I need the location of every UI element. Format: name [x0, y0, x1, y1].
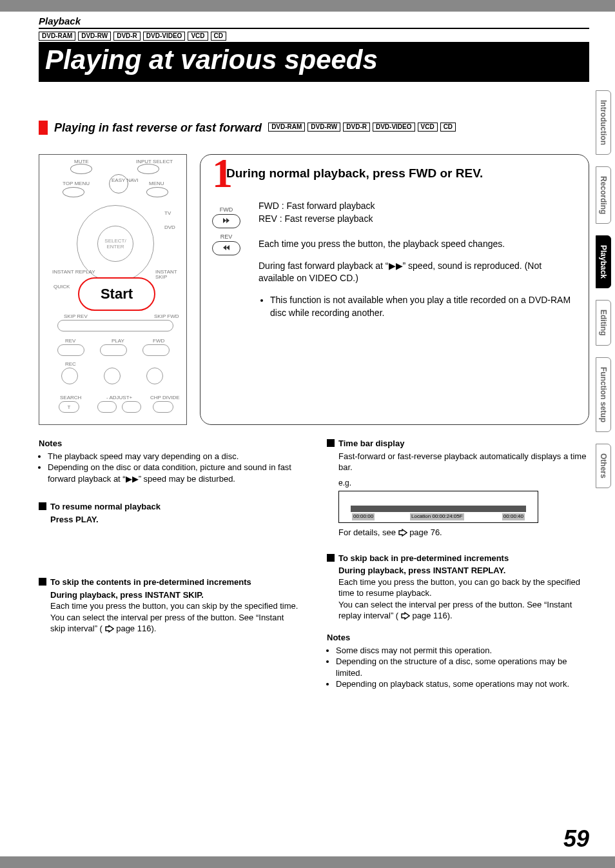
- badge: DVD-RW: [78, 32, 111, 41]
- tab-recording[interactable]: Recording: [596, 166, 611, 224]
- tab-playback[interactable]: Playback: [596, 235, 611, 288]
- start-callout: Start: [78, 277, 155, 311]
- skip-back-text: You can select the interval per press of…: [338, 599, 589, 623]
- remote-label: TV: [164, 210, 171, 216]
- resume-instruction: Press PLAY.: [50, 515, 99, 524]
- badge: DVD-VIDEO: [143, 32, 186, 41]
- fwd-button-icon: [142, 344, 170, 356]
- page-ref-arrow-icon: [401, 611, 410, 623]
- fast-forward-icon: [212, 214, 240, 228]
- step-body: FWD : Fast forward playback REV : Fast r…: [259, 200, 576, 319]
- eg-label: e.g.: [338, 478, 351, 488]
- page-title: Playing at various speeds: [39, 42, 589, 82]
- remote-label: REV: [65, 338, 75, 344]
- timebar-heading: Time bar display: [338, 438, 404, 449]
- bullet-square-icon: [327, 554, 335, 562]
- page-ref-arrow-icon: [105, 624, 114, 636]
- skip-back-direction: During playback, press INSTANT REPLAY.: [338, 565, 589, 577]
- remote-button: [146, 187, 168, 197]
- rev-button-icon: [57, 344, 84, 356]
- timebar-text: Fast-forward or fast-reverse playback au…: [338, 451, 589, 473]
- subheading: Playing in fast reverse or fast forward …: [39, 121, 589, 135]
- badge: DVD-RW: [308, 123, 340, 132]
- rev-label: REV: [212, 233, 240, 240]
- remote-button: [146, 368, 163, 384]
- remote-button: [63, 187, 84, 197]
- remote-label: DVD: [164, 224, 175, 230]
- skip-back-text: Each time you press the button, you can …: [338, 577, 589, 599]
- page-number: 59: [563, 825, 589, 853]
- remote-button: [61, 368, 78, 384]
- play-button-icon: [100, 344, 127, 356]
- format-badges-top: DVD-RAM DVD-RW DVD-R DVD-VIDEO VCD CD: [39, 32, 589, 41]
- section-crumb: Playback: [39, 15, 589, 29]
- bullet-square-icon: [39, 578, 46, 586]
- badge: DVD-R: [113, 32, 141, 41]
- tab-others[interactable]: Others: [596, 444, 611, 488]
- step-title: During normal playback, press FWD or REV…: [226, 166, 576, 181]
- fwd-definition: FWD : Fast forward playback: [259, 200, 576, 213]
- remote-label: INPUT SELECT: [136, 159, 173, 164]
- bullet-square-icon: [39, 502, 46, 510]
- rev-definition: REV : Fast reverse playback: [259, 213, 576, 226]
- timebar-details: For details, see page 76.: [338, 527, 589, 540]
- remote-label: - ADJUST+: [106, 395, 132, 400]
- resume-heading: To resume normal playback: [50, 501, 161, 513]
- note-item: Some discs may not permit this operation…: [336, 645, 589, 656]
- subheading-text: Playing in fast reverse or fast forward: [54, 121, 262, 135]
- remote-label: TOP MENU: [63, 181, 90, 186]
- note-item: Depending on the disc or data condition,…: [48, 462, 301, 484]
- badge: DVD-R: [343, 123, 370, 132]
- remote-label: EASY NAVI: [112, 178, 139, 183]
- remote-label: REC: [65, 361, 76, 367]
- note-item: Depending on playback status, some opera…: [336, 678, 589, 690]
- left-column: Notes The playback speed may vary depend…: [39, 438, 301, 707]
- remote-label: INSTANT SKIP: [155, 270, 186, 280]
- badge: CD: [440, 123, 456, 132]
- notes-heading: Notes: [39, 438, 301, 449]
- tab-introduction[interactable]: Introduction: [596, 90, 611, 155]
- fwd-label: FWD: [212, 206, 240, 213]
- tab-function-setup[interactable]: Function setup: [596, 357, 611, 432]
- bullet-square-icon: [327, 439, 335, 447]
- badge: VCD: [418, 123, 438, 132]
- skip-fwd-text: Each time you press the button, you can …: [50, 600, 301, 612]
- timebar-right-time: 00:00:40: [502, 513, 525, 520]
- remote-select-enter: SELECT/ ENTER: [97, 226, 133, 262]
- remote-label: SKIP REV: [64, 313, 88, 319]
- format-badges-sub: DVD-RAM DVD-RW DVD-R DVD-VIDEO VCD CD: [268, 123, 456, 132]
- badge: DVD-VIDEO: [373, 123, 415, 132]
- remote-button: T: [59, 401, 79, 413]
- page-ref-arrow-icon: [398, 528, 407, 540]
- remote-label: FWD: [153, 338, 164, 344]
- remote-button: [122, 401, 141, 413]
- remote-label: SEARCH: [60, 395, 81, 400]
- remote-label: QUICK: [54, 284, 70, 290]
- fast-reverse-icon: [212, 241, 240, 255]
- remote-label: INSTANT REPLAY: [52, 270, 95, 275]
- step-text: Each time you press the button, the play…: [259, 238, 576, 251]
- accent-bar-icon: [39, 121, 48, 135]
- remote-label: SKIP FWD: [154, 313, 179, 319]
- skip-fwd-text: You can select the interval per press of…: [50, 612, 301, 636]
- remote-label: CHP DIVIDE: [150, 395, 180, 400]
- tab-editing[interactable]: Editing: [596, 300, 611, 346]
- step-number: 1: [212, 150, 233, 197]
- badge: DVD-RAM: [39, 32, 75, 41]
- note-item: Depending on the structure of a disc, so…: [336, 656, 589, 678]
- remote-label: PLAY: [112, 338, 124, 344]
- remote-button: [97, 401, 117, 413]
- remote-transport-row: [57, 320, 173, 331]
- badge: DVD-RAM: [268, 123, 305, 132]
- remote-button: [70, 164, 92, 174]
- timebar-location: Location 00:00:24:05F: [410, 513, 464, 520]
- remote-button: [153, 401, 173, 413]
- timebar-left-time: 00:00:00: [352, 513, 375, 520]
- badge: VCD: [188, 32, 208, 41]
- skip-fwd-direction: During playback, press INSTANT SKIP.: [50, 589, 301, 601]
- notes-heading: Notes: [327, 632, 589, 644]
- step-box: 1 During normal playback, press FWD or R…: [200, 154, 589, 425]
- remote-label: MENU: [149, 181, 164, 186]
- note-item: The playback speed may vary depending on…: [48, 451, 301, 462]
- pause-button-icon: [104, 368, 121, 384]
